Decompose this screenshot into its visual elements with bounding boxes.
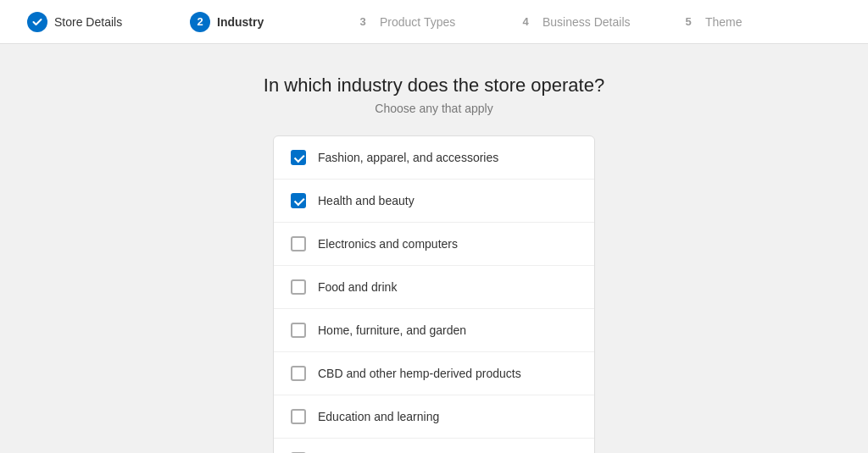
option-row-home[interactable]: Home, furniture, and garden bbox=[274, 309, 594, 352]
option-label-education: Education and learning bbox=[318, 410, 439, 423]
checkbox-electronics[interactable] bbox=[291, 236, 306, 251]
checkbox-food[interactable] bbox=[291, 279, 306, 295]
option-label-health: Health and beauty bbox=[318, 194, 415, 207]
checkbox-cbd[interactable] bbox=[291, 366, 306, 381]
options-list: Fashion, apparel, and accessoriesHealth … bbox=[274, 136, 594, 453]
step-store-details[interactable]: Store Details bbox=[27, 12, 190, 32]
option-label-food: Food and drink bbox=[318, 280, 397, 294]
step-number-store-details bbox=[27, 12, 47, 32]
option-row-electronics[interactable]: Electronics and computers bbox=[274, 223, 594, 266]
step-product-types[interactable]: 3Product Types bbox=[353, 12, 515, 32]
option-label-fashion: Fashion, apparel, and accessories bbox=[318, 151, 498, 164]
stepper: Store Details2Industry3Product Types4Bus… bbox=[0, 0, 868, 44]
option-row-fashion[interactable]: Fashion, apparel, and accessories bbox=[274, 136, 594, 180]
step-label-industry: Industry bbox=[217, 15, 264, 29]
page-subtitle: Choose any that apply bbox=[375, 102, 492, 115]
step-label-theme: Theme bbox=[705, 15, 743, 29]
step-industry[interactable]: 2Industry bbox=[190, 12, 353, 32]
step-label-store-details: Store Details bbox=[54, 15, 122, 29]
step-label-business-details: Business Details bbox=[542, 15, 631, 29]
option-row-other[interactable]: Other bbox=[274, 439, 594, 453]
option-row-health[interactable]: Health and beauty bbox=[274, 180, 594, 223]
option-row-education[interactable]: Education and learning bbox=[274, 395, 594, 439]
step-theme[interactable]: 5Theme bbox=[678, 12, 841, 32]
option-row-food[interactable]: Food and drink bbox=[274, 266, 594, 309]
step-number-theme: 5 bbox=[678, 12, 698, 32]
step-number-product-types: 3 bbox=[353, 12, 373, 32]
main-content: In which industry does the store operate… bbox=[0, 44, 868, 453]
checkbox-home[interactable] bbox=[291, 323, 306, 338]
page-title: In which industry does the store operate… bbox=[264, 75, 604, 97]
option-label-electronics: Electronics and computers bbox=[318, 237, 458, 251]
option-label-home: Home, furniture, and garden bbox=[318, 323, 466, 337]
option-row-cbd[interactable]: CBD and other hemp-derived products bbox=[274, 352, 594, 395]
step-number-business-details: 4 bbox=[515, 12, 536, 32]
step-business-details[interactable]: 4Business Details bbox=[515, 12, 678, 32]
options-card: Fashion, apparel, and accessoriesHealth … bbox=[273, 135, 595, 453]
step-number-industry: 2 bbox=[190, 12, 210, 32]
step-label-product-types: Product Types bbox=[380, 15, 455, 29]
checkbox-health[interactable] bbox=[291, 193, 306, 208]
option-label-cbd: CBD and other hemp-derived products bbox=[318, 367, 521, 380]
checkbox-education[interactable] bbox=[291, 409, 306, 424]
checkbox-fashion[interactable] bbox=[291, 150, 306, 165]
